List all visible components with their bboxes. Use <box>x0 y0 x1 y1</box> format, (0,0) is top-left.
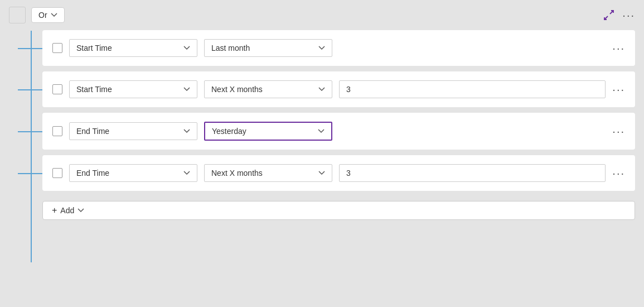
field-label-row1: Start Time <box>76 44 112 52</box>
condition-label-row2: Next X months <box>211 85 263 94</box>
or-label: Or <box>38 11 47 20</box>
condition-label-row4: Next X months <box>211 169 263 178</box>
field-chevron-icon-row2 <box>183 86 190 93</box>
row-more-button-row2[interactable]: ··· <box>612 83 625 96</box>
condition-select-row2[interactable]: Next X months <box>204 80 332 98</box>
svg-line-1 <box>604 16 608 20</box>
filter-panel: Or ··· <box>0 0 644 307</box>
top-actions: ··· <box>603 9 635 22</box>
value-input-row2[interactable] <box>339 80 606 98</box>
condition-label-row1: Last month <box>211 44 250 52</box>
condition-chevron-icon-row3 <box>318 128 325 135</box>
more-options-button[interactable]: ··· <box>622 9 635 22</box>
or-chevron-icon <box>51 12 57 18</box>
field-select-row2[interactable]: Start Time <box>69 80 197 98</box>
row-checkbox[interactable] <box>52 168 62 178</box>
field-chevron-icon-row1 <box>183 45 190 51</box>
field-label-row4: End Time <box>76 169 109 178</box>
row-more-button-row4[interactable]: ··· <box>612 167 625 180</box>
outer-checkbox[interactable] <box>9 7 26 23</box>
row-more-button-row1[interactable]: ··· <box>612 42 625 55</box>
add-plus-icon: + <box>52 205 57 215</box>
compress-button[interactable] <box>603 9 614 21</box>
add-button[interactable]: + Add <box>42 201 635 220</box>
row-checkbox[interactable] <box>52 126 62 136</box>
filter-row: End Time Next X months ··· <box>42 155 635 191</box>
field-chevron-icon-row3 <box>183 128 190 135</box>
filter-row: Start Time Last month ··· <box>42 30 635 66</box>
compress-icon <box>603 9 614 21</box>
add-chevron-icon <box>78 207 84 214</box>
condition-select-row4[interactable]: Next X months <box>204 164 332 182</box>
or-button[interactable]: Or <box>31 7 65 23</box>
filter-row: End Time Yesterday ··· <box>42 113 635 150</box>
row-checkbox[interactable] <box>52 43 62 53</box>
filter-row: Start Time Next X months ··· <box>42 71 635 107</box>
rows-container: Start Time Last month ··· Start Time <box>42 30 635 220</box>
field-label-row2: Start Time <box>76 85 112 94</box>
condition-select-row3[interactable]: Yesterday <box>204 122 332 141</box>
condition-chevron-icon-row4 <box>318 170 325 176</box>
connector-line <box>18 173 42 174</box>
vertical-connector <box>31 31 32 262</box>
condition-chevron-icon-row2 <box>318 86 325 93</box>
add-label: Add <box>60 206 74 215</box>
row-checkbox[interactable] <box>52 84 62 94</box>
field-select-row4[interactable]: End Time <box>69 164 197 182</box>
connector-line <box>18 89 42 90</box>
condition-chevron-icon-row1 <box>318 45 325 51</box>
connector-line <box>18 131 42 132</box>
condition-select-row1[interactable]: Last month <box>204 39 332 57</box>
dots-icon: ··· <box>622 9 635 22</box>
field-chevron-icon-row4 <box>183 170 190 176</box>
field-select-row1[interactable]: Start Time <box>69 39 197 57</box>
row-more-button-row3[interactable]: ··· <box>612 125 625 138</box>
value-input-row4[interactable] <box>339 164 606 182</box>
connector-line <box>18 48 42 49</box>
field-select-row3[interactable]: End Time <box>69 122 197 140</box>
condition-label-row3: Yesterday <box>212 127 246 136</box>
field-label-row3: End Time <box>76 127 109 136</box>
top-bar: Or ··· <box>9 7 635 23</box>
